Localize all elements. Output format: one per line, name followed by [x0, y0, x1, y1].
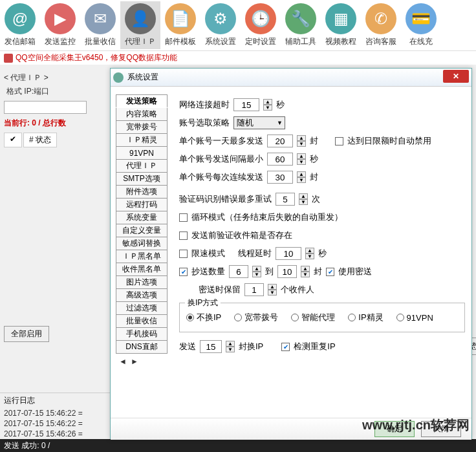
net-timeout-input[interactable] — [233, 98, 259, 111]
send-q-input[interactable] — [200, 340, 222, 353]
loop-mode-checkbox[interactable] — [179, 213, 188, 222]
unit: 封 — [310, 171, 318, 183]
nav-item-0[interactable]: 发送策略 — [116, 94, 168, 108]
toolbar-4[interactable]: 📄邮件模板 — [160, 1, 200, 49]
consec-input[interactable] — [267, 171, 293, 184]
bottom-status: 发送 成功: 0 / — [0, 439, 476, 452]
spinner[interactable]: ▲▼ — [252, 266, 261, 277]
unit: 个收件人 — [281, 284, 314, 296]
nav-item-15[interactable]: 高级选项 — [116, 288, 168, 302]
nav-item-13[interactable]: 收件黑名单 — [116, 263, 168, 276]
col-checkbox[interactable]: ✔ — [4, 133, 22, 147]
toolbar-label: 发信邮箱 — [5, 36, 36, 47]
left-panel: < 代理ＩＰ > 格式 IP:端口 当前行: 0 / 总行数 ✔ # 状态 全部… — [0, 71, 91, 346]
max-per-day-input[interactable] — [267, 135, 293, 147]
cc-to-input[interactable] — [277, 265, 297, 278]
nav-item-7[interactable]: 附件选项 — [116, 185, 168, 199]
to-label: 到 — [265, 266, 274, 277]
nav-item-14[interactable]: 图片选项 — [116, 275, 168, 289]
spinner[interactable]: ▲▼ — [297, 171, 306, 183]
keep-n-label: 密送时保留 — [199, 284, 241, 296]
min-interval-label: 单个账号发送间隔最小 — [179, 153, 263, 165]
net-timeout-label: 网络连接超时 — [179, 99, 230, 111]
ip-mode-radio-4[interactable] — [396, 314, 404, 321]
ip-port-input[interactable] — [4, 101, 87, 114]
spinner[interactable]: ▲▼ — [226, 341, 235, 352]
cc-from-input[interactable] — [229, 265, 248, 278]
nav-item-1[interactable]: 内容策略 — [116, 107, 168, 121]
nav-item-19[interactable]: DNS直邮 — [116, 340, 168, 354]
nav-item-10[interactable]: 自定义变量 — [116, 224, 168, 237]
nav-item-12[interactable]: ＩＰ黑名单 — [116, 250, 168, 263]
nav-item-6[interactable]: SMTP选项 — [116, 172, 168, 186]
thread-delay-label: 线程延时 — [238, 248, 272, 259]
spinner[interactable]: ▲▼ — [305, 248, 314, 259]
toolbar-label: 定时设置 — [245, 36, 276, 47]
toolbar-icon: 📄 — [165, 3, 196, 34]
account-strategy-label: 账号选取策略 — [179, 117, 230, 129]
dialog-titlebar[interactable]: 系统设置 ✕ — [111, 69, 471, 87]
log-line: 2017-07-15 15:46:22 = — [0, 408, 110, 418]
spinner[interactable]: ▲▼ — [297, 135, 306, 147]
nav-item-2[interactable]: 宽带拨号 — [116, 120, 168, 134]
keep-n-input[interactable] — [244, 283, 264, 296]
cc-count-checkbox[interactable] — [179, 268, 188, 276]
spinner[interactable]: ▲▼ — [263, 99, 272, 111]
left-status: 当前行: 0 / 总行数 — [0, 114, 91, 133]
toolbar-6[interactable]: 🕒定时设置 — [241, 1, 281, 49]
close-icon[interactable]: ✕ — [443, 70, 469, 83]
unit: 封 — [314, 266, 322, 277]
captcha-retry-input[interactable] — [276, 193, 295, 206]
nav-prev-icon[interactable]: ◄ — [118, 357, 127, 366]
toolbar-label: 在线充 — [409, 36, 433, 47]
spinner[interactable]: ▲▼ — [301, 266, 310, 277]
spinner[interactable]: ▲▼ — [299, 193, 308, 205]
nav-next-icon[interactable]: ► — [130, 357, 139, 366]
detect-repeat-checkbox[interactable] — [281, 343, 290, 351]
thread-delay-input[interactable] — [276, 247, 301, 260]
toolbar-5[interactable]: ⚙系统设置 — [200, 1, 241, 49]
toolbar-icon: 🕒 — [245, 3, 276, 34]
toolbar-icon: ✉ — [85, 3, 116, 34]
daily-limit-checkbox[interactable] — [335, 137, 343, 145]
nav-item-8[interactable]: 远程打码 — [116, 198, 168, 211]
nav-item-5[interactable]: 代理ＩＰ — [116, 159, 168, 173]
consec-label: 单个账号每次连续发送 — [179, 171, 263, 183]
limit-mode-checkbox[interactable] — [179, 250, 188, 258]
settings-dialog: 系统设置 ✕ 发送策略内容策略宽带拨号ＩＰ精灵91VPN代理ＩＰSMTP选项附件… — [110, 68, 472, 439]
account-strategy-select[interactable]: 随机 — [233, 116, 285, 129]
toolbar-label: 辅助工具 — [285, 36, 316, 47]
nav-item-3[interactable]: ＩＰ精灵 — [116, 133, 168, 147]
ip-mode-radio-3[interactable] — [348, 314, 356, 321]
left-title: < 代理ＩＰ > — [0, 71, 91, 85]
toolbar-3[interactable]: 👤代理ＩＰ — [120, 1, 160, 49]
nav-item-9[interactable]: 系统变量 — [116, 211, 168, 224]
toolbar-10[interactable]: 💳在线充 — [401, 1, 441, 49]
toolbar-label: 批量收信 — [85, 36, 116, 47]
min-interval-input[interactable] — [267, 153, 293, 166]
verify-exist-checkbox[interactable] — [179, 231, 188, 240]
toolbar-2[interactable]: ✉批量收信 — [80, 1, 120, 49]
ip-mode-radio-2[interactable] — [291, 314, 299, 321]
unit: 次 — [312, 193, 320, 205]
toolbar-9[interactable]: ✆咨询客服 — [361, 1, 401, 49]
daily-limit-label: 达到日限额时自动禁用 — [347, 135, 431, 147]
use-bcc-checkbox[interactable] — [326, 268, 334, 276]
nav-item-17[interactable]: 批量收信 — [116, 314, 168, 328]
toolbar-1[interactable]: ▶发送监控 — [40, 1, 80, 49]
toolbar-icon: ▶ — [45, 3, 76, 34]
ip-mode-radio-1[interactable] — [234, 314, 242, 321]
ip-mode-radio-0[interactable] — [186, 314, 194, 321]
nav-item-11[interactable]: 敏感词替换 — [116, 237, 168, 250]
nav-item-16[interactable]: 过滤选项 — [116, 301, 168, 315]
toolbar-8[interactable]: ▦视频教程 — [321, 1, 361, 49]
toolbar-7[interactable]: 🔧辅助工具 — [281, 1, 321, 49]
nav-item-4[interactable]: 91VPN — [116, 146, 168, 160]
left-sub: 格式 IP:端口 — [0, 85, 91, 101]
spinner[interactable]: ▲▼ — [268, 284, 277, 296]
spinner[interactable]: ▲▼ — [297, 153, 306, 165]
app-subtitle-strip: QQ空间全能采集王v6450，修复QQ数据库功能 — [0, 51, 476, 65]
toolbar-0[interactable]: @发信邮箱 — [0, 1, 40, 49]
enable-all-button[interactable]: 全部启用 — [4, 326, 49, 342]
nav-item-18[interactable]: 手机接码 — [116, 327, 168, 341]
